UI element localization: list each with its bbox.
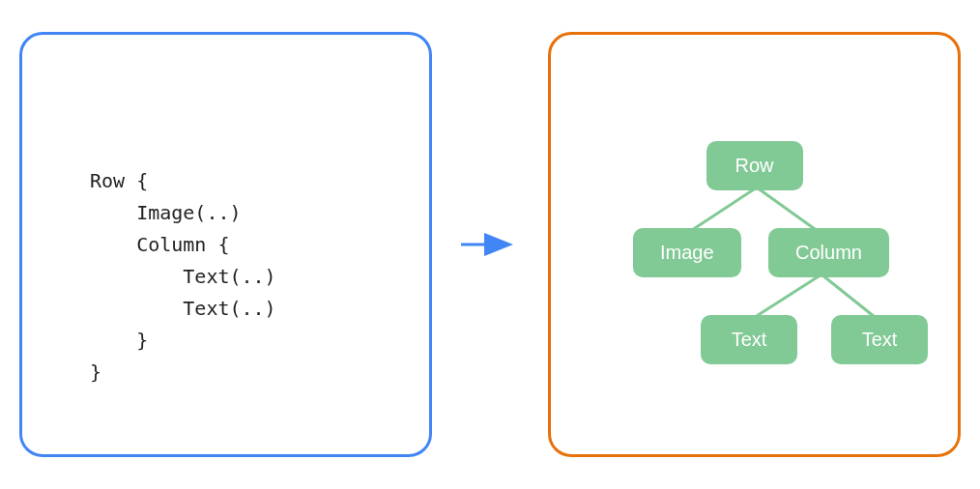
svg-line-4 <box>749 274 821 321</box>
tree-node-image: Image <box>633 228 741 277</box>
code-block: Row { Image(..) Column { Text(..) Text(.… <box>90 165 276 388</box>
code-line-6: } <box>90 329 148 352</box>
tree-node-row: Row <box>706 141 803 190</box>
tree-node-text-2: Text <box>831 315 928 364</box>
tree-node-label: Row <box>735 155 773 177</box>
tree-node-column: Column <box>768 228 889 277</box>
tree-node-label: Image <box>660 242 714 264</box>
tree-node-label: Text <box>732 329 767 351</box>
arrow-icon <box>461 230 519 259</box>
code-line-4: Text(..) <box>90 265 276 288</box>
code-line-2: Image(..) <box>90 201 242 224</box>
svg-line-2 <box>686 187 757 234</box>
svg-line-3 <box>757 187 821 234</box>
code-line-7: } <box>90 360 101 384</box>
tree-node-label: Column <box>795 242 862 264</box>
svg-line-5 <box>821 274 879 321</box>
tree-node-text-1: Text <box>701 315 797 364</box>
tree-node-label: Text <box>862 329 898 351</box>
code-line-5: Text(..) <box>90 297 276 320</box>
code-line-3: Column { <box>90 233 230 256</box>
tree-panel: Row Image Column Text Text <box>548 32 961 457</box>
code-panel: Row { Image(..) Column { Text(..) Text(.… <box>19 32 432 457</box>
tree-edges <box>551 35 958 454</box>
code-line-1: Row { <box>90 169 148 192</box>
tree-container: Row Image Column Text Text <box>551 35 958 454</box>
diagram-container: Row { Image(..) Column { Text(..) Text(.… <box>0 0 980 489</box>
